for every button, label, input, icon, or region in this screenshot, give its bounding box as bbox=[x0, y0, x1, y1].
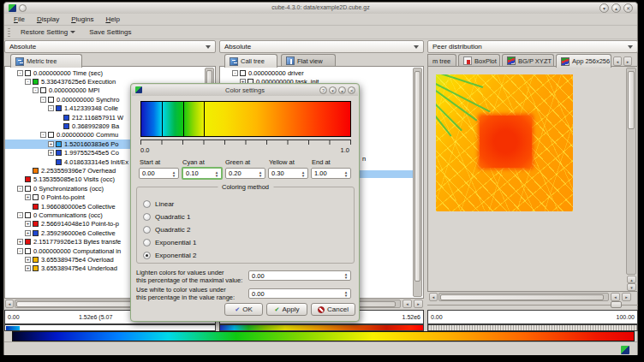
menu-plugins[interactable]: Plugins bbox=[66, 15, 98, 24]
spinner-arrows-icon[interactable]: ▴▾ bbox=[343, 169, 349, 178]
tab-boxplot[interactable]: BoxPlot bbox=[458, 54, 500, 67]
spinner-arrows-icon[interactable]: ▴▾ bbox=[213, 169, 220, 178]
tree-label: 2.359296000e6 Collective bbox=[41, 229, 116, 237]
lighten-spinbox[interactable]: 0.00▴▾ bbox=[248, 270, 351, 281]
tree-label: 0.000000000 Synchro bbox=[57, 96, 119, 104]
gradient-marker-cyan[interactable] bbox=[162, 102, 163, 136]
call-hscroll-left-button[interactable]: ◂ bbox=[402, 300, 412, 308]
tree-label: 0.000000000 driver bbox=[248, 69, 304, 77]
tree-expander[interactable]: - bbox=[48, 105, 54, 111]
tree-expander[interactable]: - bbox=[17, 248, 23, 254]
dialog-titlebar[interactable]: Color settings ? ▾ ▴ ✕ bbox=[132, 85, 358, 96]
metric-mode-combobox[interactable]: Absolute bbox=[4, 40, 216, 53]
spinner-arrows-icon[interactable]: ▴▾ bbox=[257, 169, 264, 178]
tree-expander[interactable]: - bbox=[17, 186, 23, 192]
tree-expander[interactable]: - bbox=[17, 70, 23, 76]
severity-color-box bbox=[25, 239, 31, 245]
menu-file[interactable]: File bbox=[9, 15, 30, 24]
severity-color-box bbox=[63, 123, 69, 129]
spinner-arrows-icon[interactable]: ▴▾ bbox=[343, 271, 349, 280]
cancel-button[interactable]: Cancel bbox=[311, 303, 355, 316]
system-vscrollbar[interactable] bbox=[626, 68, 636, 275]
zoom-slider-track[interactable] bbox=[427, 305, 638, 306]
system-vscroll-up-button[interactable]: ▴ bbox=[627, 276, 636, 283]
tree-expander[interactable]: - bbox=[33, 87, 39, 93]
severity-color-box bbox=[33, 194, 39, 200]
yellow-at-spinbox[interactable]: 0.30▴▾ bbox=[268, 168, 308, 179]
spinner-arrows-icon[interactable]: ▴▾ bbox=[343, 289, 349, 298]
minimize-button[interactable]: ▾ bbox=[599, 3, 609, 13]
dialog-help-button[interactable]: ? bbox=[319, 86, 327, 94]
tree-expander[interactable]: - bbox=[40, 97, 46, 103]
call-mode-combobox[interactable]: Absolute bbox=[219, 40, 424, 53]
tab-bgp-xyzt[interactable]: BG/P XYZT bbox=[502, 54, 554, 67]
call-vscrollbar[interactable] bbox=[413, 68, 422, 297]
system-vscroll-down-button[interactable]: ▾ bbox=[627, 283, 636, 291]
gradient-marker-yellow[interactable] bbox=[204, 102, 205, 136]
maximize-button[interactable]: ▴ bbox=[611, 3, 621, 13]
tree-expander[interactable]: - bbox=[25, 79, 31, 85]
menu-help[interactable]: Help bbox=[100, 15, 124, 24]
white-spinbox[interactable]: 0.00▴▾ bbox=[248, 288, 351, 299]
tab-metric-tree[interactable]: Metric tree bbox=[10, 54, 82, 68]
tab-call-tree[interactable]: Call tree bbox=[224, 54, 277, 68]
system-hscrollbar[interactable] bbox=[438, 293, 609, 301]
system-hscroll-left-button[interactable]: ◂ bbox=[429, 293, 438, 301]
tree-expander[interactable]: + bbox=[25, 194, 31, 200]
spin-value: 0.10 bbox=[186, 169, 199, 177]
radio-quadratic-2[interactable]: Quadratic 2 bbox=[143, 226, 190, 234]
radio-quadratic-1[interactable]: Quadratic 1 bbox=[143, 213, 190, 221]
system-hscroll-right-button[interactable]: ▸ bbox=[622, 293, 631, 301]
green-at-spinbox[interactable]: 0.20▴▾ bbox=[225, 168, 265, 179]
system-hscroll-left2-button[interactable]: ◂ bbox=[611, 293, 620, 301]
tree-expander[interactable]: + bbox=[25, 230, 31, 236]
tree-expander[interactable]: + bbox=[25, 257, 31, 263]
radio-linear[interactable]: Linear bbox=[143, 200, 174, 208]
menu-display[interactable]: Display bbox=[32, 15, 64, 24]
metric-hscroll-left-button[interactable]: ◂ bbox=[5, 300, 14, 308]
save-settings-button[interactable]: Save Settings bbox=[86, 27, 134, 37]
radio-selected-icon bbox=[143, 252, 151, 259]
tabbar-scroll-left-button[interactable]: ◂ bbox=[613, 56, 622, 66]
scrollbar-thumb[interactable] bbox=[440, 294, 604, 300]
tree-row[interactable]: -0.000000000 Time (sec) bbox=[5, 68, 215, 77]
system-mode-combobox[interactable]: Peer distribution bbox=[427, 40, 638, 53]
lighten-label-line2: this percentage of the maximal value: bbox=[136, 276, 242, 284]
titlebar[interactable]: cube-4.3.0: data/example2D.cube.gz ▾ ▴ ✕ bbox=[4, 3, 637, 14]
radio-exponential-1[interactable]: Exponential 1 bbox=[143, 239, 196, 246]
scrollbar-thumb[interactable] bbox=[628, 71, 635, 129]
dialog-minimize-button[interactable]: ▾ bbox=[329, 86, 337, 94]
start-at-spinbox[interactable]: 0.00▴▾ bbox=[139, 168, 179, 179]
tree-expander[interactable]: - bbox=[17, 212, 23, 218]
toolbar-handle[interactable] bbox=[8, 28, 10, 37]
zoom-slider-handle[interactable] bbox=[611, 301, 622, 308]
spinner-arrows-icon[interactable]: ▴▾ bbox=[300, 169, 307, 178]
tree-expander[interactable]: + bbox=[17, 239, 23, 245]
tree-expander[interactable]: + bbox=[48, 150, 54, 156]
end-at-spinbox[interactable]: 1.00▴▾ bbox=[311, 168, 351, 179]
spinner-arrows-icon[interactable]: ▴▾ bbox=[170, 169, 177, 178]
tab-system-tree[interactable]: m tree bbox=[427, 54, 456, 67]
tree-expander[interactable]: - bbox=[232, 70, 238, 76]
cyan-at-spinbox[interactable]: 0.10▴▾ bbox=[182, 167, 223, 180]
ok-button[interactable]: ✔OK bbox=[224, 303, 263, 316]
tree-expander[interactable]: + bbox=[25, 221, 31, 227]
dialog-maximize-button[interactable]: ▴ bbox=[338, 86, 346, 94]
restore-setting-button[interactable]: Restore Setting bbox=[17, 27, 79, 37]
tab-flat-view[interactable]: Flat view bbox=[281, 54, 336, 67]
tree-expander[interactable]: - bbox=[40, 132, 46, 138]
tree-expander[interactable]: + bbox=[25, 265, 31, 271]
close-button[interactable]: ✕ bbox=[623, 3, 633, 13]
gradient-marker-green[interactable] bbox=[183, 102, 184, 136]
scrollbar-thumb[interactable] bbox=[414, 71, 420, 282]
tab-app-256x256[interactable]: App 256x256 bbox=[556, 54, 611, 68]
apply-button[interactable]: ✔Apply bbox=[266, 303, 307, 316]
tree-row[interactable]: -0.000000000 driver bbox=[220, 68, 423, 77]
arrow-down-icon: ▾ bbox=[630, 285, 633, 290]
topology-heatmap[interactable] bbox=[436, 74, 573, 211]
tabbar-scroll-right-button[interactable]: ▸ bbox=[623, 56, 632, 66]
tree-expander[interactable]: + bbox=[48, 141, 54, 147]
call-hscroll-right-button[interactable]: ▸ bbox=[414, 300, 423, 308]
dialog-close-button[interactable]: ✕ bbox=[348, 86, 355, 94]
radio-exponential-2[interactable]: Exponential 2 bbox=[143, 252, 196, 259]
